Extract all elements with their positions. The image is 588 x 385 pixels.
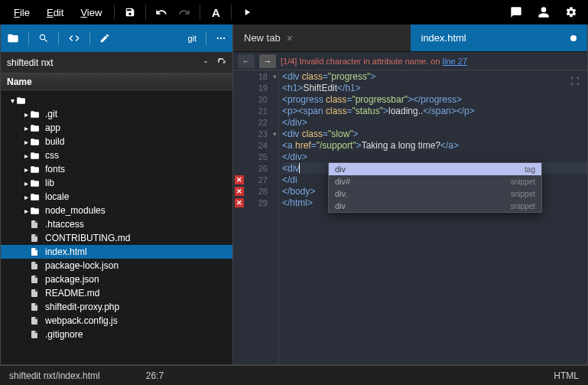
expand-icon[interactable] [570, 77, 580, 86]
tree-item[interactable]: index.html [1, 245, 232, 259]
refresh-icon[interactable] [217, 58, 226, 67]
font-icon[interactable]: A [205, 2, 226, 23]
error-mark-icon: ✕ [235, 187, 244, 196]
folder-icon [30, 123, 42, 133]
run-icon[interactable] [236, 2, 258, 23]
code-line[interactable]: <p><span class="status">loading..</span>… [282, 105, 587, 116]
user-icon[interactable] [533, 2, 554, 23]
tab-index-html[interactable]: index.html [411, 24, 588, 51]
editor-tabs: New tab × index.html [233, 24, 587, 52]
tree-item[interactable]: README.md [1, 286, 232, 300]
menu-view[interactable]: View [73, 4, 109, 21]
fold-icon[interactable]: ▾ [273, 73, 277, 80]
code-content[interactable]: <div class="progress"> <h1>ShiftEdit</h1… [279, 70, 587, 364]
tree-item[interactable]: shiftedit-proxy.php [1, 300, 232, 314]
prev-error-icon[interactable]: ← [238, 54, 255, 68]
tree-item[interactable]: .gitignore [1, 328, 232, 341]
code-line[interactable]: <h1>ShiftEdit</h1> [282, 82, 587, 93]
autocomplete-item[interactable]: divsnippet [329, 200, 541, 212]
project-title: shiftedit nxt [7, 57, 54, 68]
tree-item[interactable]: .htaccess [1, 217, 232, 231]
sidebar-header: shiftedit nxt [1, 52, 232, 73]
tree-item[interactable]: webpack.config.js [1, 314, 232, 328]
next-error-icon[interactable]: → [259, 54, 276, 68]
save-icon[interactable] [119, 2, 141, 23]
tree-item[interactable]: ▸app [1, 121, 232, 135]
gutter-line[interactable]: 25 [233, 151, 278, 162]
error-line-link[interactable]: line 27 [443, 57, 467, 66]
search-icon[interactable] [38, 33, 49, 44]
gutter-line[interactable]: 18▾ [233, 70, 278, 82]
file-icon [30, 275, 42, 284]
svg-point-2 [223, 38, 225, 39]
tree-item[interactable]: ▾ [1, 93, 232, 107]
fold-icon[interactable]: ▾ [273, 130, 277, 138]
gutter-line[interactable]: 22 [233, 116, 278, 128]
autocomplete-item[interactable]: div#snippet [329, 175, 541, 188]
code-line[interactable]: <progress class="progressbar"></progress… [282, 93, 587, 105]
folder-icon [30, 178, 42, 188]
tree-item-label: node_modules [45, 205, 106, 216]
editor-area: New tab × index.html ← → [1/4] Invalid c… [233, 24, 587, 364]
git-label[interactable]: git [187, 34, 197, 43]
code-line[interactable]: </div> [282, 151, 587, 162]
gutter-line[interactable]: 21 [233, 105, 278, 116]
edit-icon[interactable] [99, 33, 110, 44]
tree-item[interactable]: ▸fonts [1, 162, 232, 176]
error-mark-icon: ✕ [235, 175, 244, 184]
autocomplete-item[interactable]: divtag [329, 163, 541, 175]
gutter-line[interactable]: 26 [233, 162, 278, 174]
svg-point-1 [220, 38, 222, 39]
folder-icon [30, 165, 42, 175]
folder-icon [30, 109, 42, 119]
settings-icon[interactable] [560, 2, 582, 23]
code-line[interactable]: <a href="/support">Taking a long time?</… [282, 139, 587, 151]
status-bar: shiftedit nxt/index.html 26:7 HTML [0, 365, 588, 385]
tree-item[interactable]: package.json [1, 272, 232, 286]
autocomplete-popup: divtagdiv#snippetdiv.snippetdivsnippet [328, 162, 542, 213]
code-editor[interactable]: 18▾1920212223▾242526✕27✕28✕29 <div class… [233, 70, 587, 364]
gutter-line[interactable]: ✕29 [233, 197, 278, 208]
ac-kind: snippet [511, 202, 535, 210]
tree-item-label: css [45, 150, 59, 161]
more-icon[interactable] [216, 33, 226, 44]
tree-item-label: package.json [45, 274, 99, 285]
gutter-line[interactable]: 24 [233, 139, 278, 151]
chat-icon[interactable] [505, 2, 527, 23]
tree-item-label: CONTRIBUTING.md [45, 233, 130, 243]
status-position[interactable]: 26:7 [146, 370, 164, 381]
code-line[interactable]: </div> [282, 116, 587, 128]
file-icon [30, 330, 42, 339]
tree-item[interactable]: ▸.git [1, 107, 232, 121]
gutter-line[interactable]: ✕28 [233, 185, 278, 197]
column-header-name[interactable]: Name [1, 73, 232, 90]
tree-item[interactable]: package-lock.json [1, 259, 232, 272]
menu-edit[interactable]: Edit [39, 4, 71, 21]
tab-new[interactable]: New tab × [233, 24, 411, 51]
undo-icon[interactable] [151, 2, 172, 23]
tree-item-label: package-lock.json [45, 260, 119, 271]
gutter-line[interactable]: 23▾ [233, 128, 278, 139]
dropdown-icon[interactable] [202, 58, 210, 67]
close-icon[interactable]: × [287, 32, 293, 44]
folder-open-icon[interactable] [7, 32, 19, 44]
tree-item[interactable]: ▸build [1, 135, 232, 148]
tree-item[interactable]: ▸node_modules [1, 204, 232, 217]
gutter-line[interactable]: 20 [233, 93, 278, 105]
redo-icon[interactable] [174, 2, 195, 23]
autocomplete-item[interactable]: div.snippet [329, 188, 541, 200]
gutter-line[interactable]: 19 [233, 82, 278, 93]
tree-item[interactable]: ▸lib [1, 176, 232, 190]
status-language[interactable]: HTML [554, 370, 579, 381]
code-line[interactable]: <div class="progress"> [282, 70, 587, 82]
tree-item[interactable]: ▸locale [1, 190, 232, 204]
gutter-line[interactable]: ✕27 [233, 174, 278, 185]
tree-item[interactable]: CONTRIBUTING.md [1, 231, 232, 245]
menu-file[interactable]: File [6, 4, 37, 21]
tree-item[interactable]: ▸css [1, 148, 232, 162]
code-line[interactable]: <div class="slow"> [282, 128, 587, 139]
ac-label: div# [335, 177, 350, 186]
code-icon[interactable] [68, 32, 80, 44]
folder-icon [30, 137, 42, 147]
tree-item-label: webpack.config.js [45, 315, 118, 326]
